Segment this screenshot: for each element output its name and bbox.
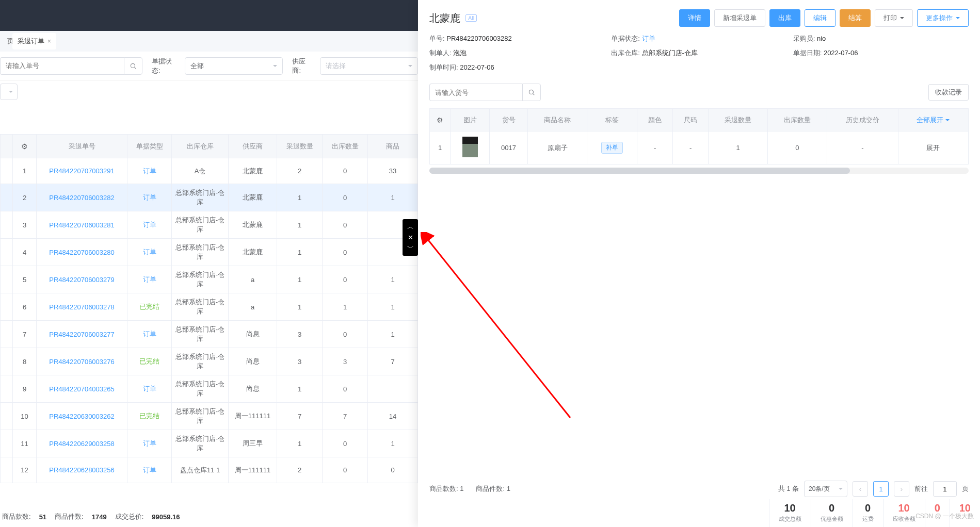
- col-out: 出库数量: [323, 135, 368, 158]
- cell-supplier: 周三早: [229, 430, 277, 457]
- page-size-select[interactable]: 20条/页: [804, 481, 847, 497]
- floating-nav: ︿ ✕ ﹀: [403, 219, 418, 256]
- cell-name: 原扇子: [528, 131, 587, 164]
- table-row[interactable]: 9PR484220704003265订单总部系统门店-仓库尚息10: [1, 375, 418, 403]
- next-page[interactable]: ›: [894, 481, 909, 497]
- cell-checkbox[interactable]: [1, 403, 13, 430]
- cell-order-no[interactable]: PR484220707003291: [37, 158, 127, 184]
- cell-checkbox[interactable]: [1, 158, 13, 184]
- settle-button[interactable]: 结算: [840, 9, 871, 27]
- prev-page[interactable]: ‹: [853, 481, 868, 497]
- table-row[interactable]: 12PR484220628003256订单盘点仓库11 1周一111111200: [1, 457, 418, 483]
- cell-idx: 1: [430, 131, 451, 164]
- expand-all-button[interactable]: 全部展开: [917, 116, 950, 125]
- search-button[interactable]: [124, 57, 142, 75]
- dpiece-val: 1: [507, 485, 510, 492]
- meta-maker-label: 制单人:: [429, 49, 452, 57]
- cell-qty: 2: [277, 457, 323, 483]
- cell-idx: 5: [13, 266, 37, 293]
- new-return-button[interactable]: 新增采退单: [714, 9, 765, 27]
- cell-expand[interactable]: 展开: [898, 131, 968, 164]
- goto-input[interactable]: [933, 481, 957, 497]
- col-gear[interactable]: ⚙: [13, 135, 37, 158]
- dcol-gear[interactable]: ⚙: [430, 109, 451, 131]
- cell-warehouse: 总部系统门店-仓库: [172, 211, 229, 239]
- scrollbar-thumb[interactable]: [429, 168, 850, 174]
- cell-order-no[interactable]: PR484220706003278: [37, 293, 127, 321]
- cell-goods: 0: [368, 457, 418, 483]
- total-num: 0: [821, 502, 843, 514]
- cell-order-no[interactable]: PR484220704003265: [37, 375, 127, 403]
- table-row[interactable]: 8PR484220706003276已完结总部系统门店-仓库尚息337: [1, 348, 418, 375]
- cell-checkbox[interactable]: [1, 211, 13, 239]
- nav-up-icon[interactable]: ︿: [407, 221, 414, 233]
- out-button[interactable]: 出库: [769, 9, 800, 27]
- cell-qty: 1: [277, 239, 323, 266]
- all-tag: All: [465, 14, 477, 22]
- nav-close-icon[interactable]: ✕: [408, 233, 413, 242]
- detail-button[interactable]: 详情: [679, 9, 710, 27]
- table-row[interactable]: 3PR484220706003281订单总部系统门店-仓库北蒙鹿10: [1, 211, 418, 239]
- status-select[interactable]: 全部: [185, 57, 283, 75]
- cell-order-no[interactable]: PR484220706003280: [37, 239, 127, 266]
- cell-checkbox[interactable]: [1, 239, 13, 266]
- more-button[interactable]: 更多操作: [917, 9, 969, 27]
- cell-checkbox[interactable]: [1, 375, 13, 403]
- cell-qty[interactable]: 1: [709, 131, 768, 164]
- cell-order-no[interactable]: PR484220630003262: [37, 403, 127, 430]
- tab-home[interactable]: 页: [2, 33, 12, 50]
- detail-header: 北蒙鹿 All 详情 新增采退单 出库 编辑 结算 打印 更多操作 单号: PR…: [418, 0, 980, 84]
- supplier-select[interactable]: 请选择: [320, 57, 418, 75]
- cell-warehouse: 总部系统门店-仓库: [172, 348, 229, 375]
- cell-checkbox[interactable]: [1, 321, 13, 348]
- cell-order-no[interactable]: PR484220628003256: [37, 457, 127, 483]
- cell-checkbox[interactable]: [1, 184, 13, 211]
- horizontal-scrollbar[interactable]: [429, 168, 969, 174]
- cell-order-no[interactable]: PR484220706003277: [37, 321, 127, 348]
- cell-checkbox[interactable]: [1, 430, 13, 457]
- close-icon[interactable]: ×: [47, 38, 51, 45]
- cell-supplier: 尚息: [229, 348, 277, 375]
- receipt-log-button[interactable]: 收款记录: [928, 84, 969, 101]
- edit-button[interactable]: 编辑: [805, 9, 836, 27]
- cell-order-no[interactable]: PR484220706003279: [37, 266, 127, 293]
- cell-order-no[interactable]: PR484220706003282: [37, 184, 127, 211]
- cell-checkbox[interactable]: [1, 348, 13, 375]
- detail-meta: 单号: PR484220706003282 单据状态: 订单 采购员: nio …: [429, 27, 969, 81]
- small-select[interactable]: [0, 84, 18, 100]
- total-label: 成交总额: [779, 515, 801, 523]
- table-header-row: ⚙ 采退单号 单据类型 出库仓库 供应商 采退数量 出库数量 商品: [1, 135, 418, 158]
- cell-qty: 1: [277, 430, 323, 457]
- cell-out: 1: [323, 293, 368, 321]
- cell-checkbox[interactable]: [1, 293, 13, 321]
- tab-return-orders[interactable]: 采退订单 ×: [12, 33, 56, 50]
- table-row[interactable]: 6PR484220706003278已完结总部系统门店-仓库a111: [1, 293, 418, 321]
- item-search-input[interactable]: [429, 84, 522, 101]
- print-button[interactable]: 打印: [875, 9, 913, 27]
- svg-point-3: [529, 90, 533, 94]
- order-search-input[interactable]: [0, 57, 124, 75]
- cell-order-no[interactable]: PR484220706003276: [37, 348, 127, 375]
- table-row[interactable]: 1PR484220707003291订单A仓北蒙鹿2033: [1, 158, 418, 184]
- table-row[interactable]: 2PR484220706003282订单总部系统门店-仓库北蒙鹿101: [1, 184, 418, 211]
- supplier-label: 供应商:: [292, 57, 311, 75]
- table-row[interactable]: 4PR484220706003280订单总部系统门店-仓库北蒙鹿10: [1, 239, 418, 266]
- cell-checkbox[interactable]: [1, 266, 13, 293]
- table-row[interactable]: 7PR484220706003277订单总部系统门店-仓库尚息301: [1, 321, 418, 348]
- table-row[interactable]: 5PR484220706003279订单总部系统门店-仓库a101: [1, 266, 418, 293]
- page-1[interactable]: 1: [873, 481, 889, 497]
- svg-line-4: [533, 94, 535, 95]
- table-row[interactable]: 10PR484220630003262已完结总部系统门店-仓库周一1111117…: [1, 403, 418, 430]
- table-row[interactable]: 11PR484220629003258订单总部系统门店-仓库周三早101: [1, 430, 418, 457]
- cell-order-no[interactable]: PR484220706003281: [37, 211, 127, 239]
- detail-actions: 详情 新增采退单 出库 编辑 结算 打印 更多操作: [679, 9, 969, 27]
- watermark: CSDN @ 一个极大数: [915, 512, 974, 521]
- cell-order-no[interactable]: PR484220629003258: [37, 430, 127, 457]
- cell-checkbox[interactable]: [1, 457, 13, 483]
- cell-type: 已完结: [127, 293, 172, 321]
- dcol-hist: 历史成交价: [827, 109, 898, 131]
- item-search-button[interactable]: [522, 84, 541, 101]
- nav-down-icon[interactable]: ﹀: [407, 242, 414, 254]
- cell-warehouse: 总部系统门店-仓库: [172, 403, 229, 430]
- cell-supplier: a: [229, 293, 277, 321]
